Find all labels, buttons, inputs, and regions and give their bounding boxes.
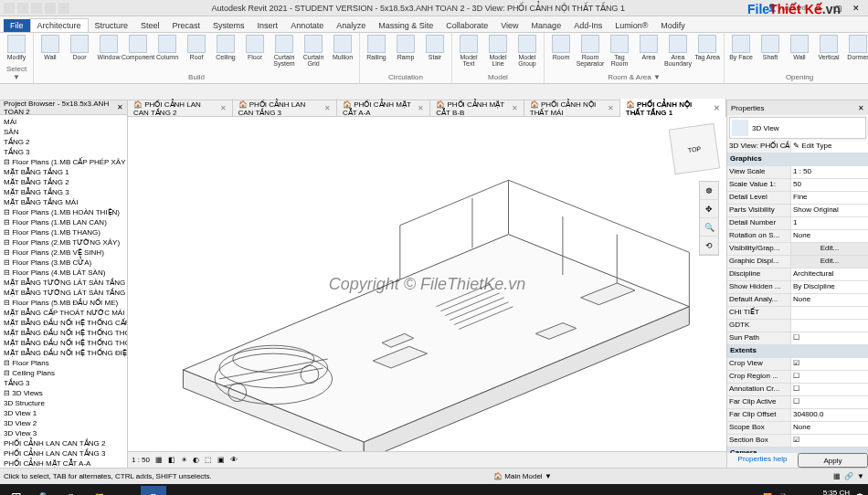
property-row[interactable]: Rotation on S...None: [727, 230, 868, 243]
tree-node[interactable]: MẶT BẰNG ĐẦU NỐI HỆ THỐNG ĐIỆ: [2, 348, 125, 358]
property-row[interactable]: Sun Path☐: [727, 332, 868, 345]
steering-wheel-icon[interactable]: ☸: [700, 182, 718, 200]
ribbon-tab-addins[interactable]: Add-Ins: [567, 19, 609, 32]
ribbon-tab-analyze[interactable]: Analyze: [330, 19, 372, 32]
view-control-bar[interactable]: 1 : 50 ▦ ◧ ☀ ◐ ⬚ ▣ 👁: [128, 451, 726, 468]
detail-level-icon[interactable]: ▦: [155, 456, 163, 464]
crop-region-icon[interactable]: ▣: [217, 456, 225, 464]
column-button[interactable]: Column: [154, 35, 180, 60]
ribbon-tab-structure[interactable]: Structure: [89, 19, 135, 32]
save-icon[interactable]: [31, 3, 42, 14]
clock[interactable]: 5:35 CH13/09/2020: [813, 490, 850, 495]
close-icon[interactable]: ✕: [858, 104, 864, 112]
property-row[interactable]: Graphic Displ...Edit...: [727, 256, 868, 269]
property-row[interactable]: Detail Number1: [727, 217, 868, 230]
tree-node[interactable]: MẶT BẰNG TẦNG 2: [2, 177, 125, 187]
tree-node[interactable]: MẶT BẰNG CẤP THOÁT NƯỚC MÁI: [2, 308, 125, 318]
tree-node[interactable]: ⊟ Floor Plans (4.MB LÁT SÀN): [2, 268, 125, 278]
ribbon-tab-modify[interactable]: Modify: [654, 19, 692, 32]
property-row[interactable]: Annotation Cr...☐: [727, 384, 868, 396]
ribbon-tab-manage[interactable]: Manage: [525, 19, 568, 32]
property-row[interactable]: Visibility/Grap...Edit...: [727, 243, 868, 256]
workset-dropdown[interactable]: 🏠 Main Model ▼: [493, 472, 552, 480]
modify-button[interactable]: Modify: [4, 35, 29, 60]
stair-button[interactable]: Stair: [422, 35, 448, 60]
tree-node[interactable]: ⊟ Floor Plans (1.MB LAN CAN): [2, 217, 125, 227]
property-group-header[interactable]: Extents: [727, 345, 868, 358]
tree-node[interactable]: ⊟ Floor Plans (2.MB VỆ SINH): [2, 248, 125, 258]
view-tab[interactable]: 🏠 PHỐI CẢNH MẶT CẮT B-B ✕: [430, 99, 524, 119]
room-button[interactable]: Room: [548, 35, 574, 60]
tree-node[interactable]: 3D View 2: [2, 418, 125, 428]
roof-button[interactable]: Roof: [184, 35, 209, 60]
windows-taskbar[interactable]: ⊞ 🔍 ⧉ 📁 ● R ^ ☁ 📶 🔊 ENG 5:35 CH13/09/202…: [0, 484, 868, 495]
ribbon-tab-collaborate[interactable]: Collaborate: [439, 19, 494, 32]
open-icon[interactable]: [17, 3, 28, 14]
close-tab-icon[interactable]: ✕: [512, 104, 518, 112]
close-button[interactable]: ✕: [848, 2, 864, 15]
type-selector[interactable]: 3D View: [729, 117, 866, 139]
scale-dropdown[interactable]: 1 : 50: [132, 456, 150, 464]
navigation-bar[interactable]: ☸ ✥ 🔍 ⟲: [699, 181, 719, 256]
chrome-icon[interactable]: ●: [113, 486, 139, 495]
component-button[interactable]: Component: [125, 35, 151, 60]
ceiling-button[interactable]: Ceiling: [213, 35, 238, 60]
ribbon-tab-massingsite[interactable]: Massing & Site: [372, 19, 439, 32]
tree-node[interactable]: SÂN: [2, 127, 125, 137]
revit-icon[interactable]: [4, 3, 15, 14]
close-tab-icon[interactable]: ✕: [608, 104, 614, 112]
tree-node[interactable]: MẶT BẰNG ĐẦU NỐI HỆ THỐNG CẤP: [2, 318, 125, 328]
area-button[interactable]: Area: [636, 35, 662, 60]
task-view-icon[interactable]: ⧉: [58, 486, 84, 495]
view-tab[interactable]: 🏠 PHỐI CẢNH NỘI THẤT TẦNG 1 ✕: [620, 99, 726, 119]
property-row[interactable]: Show Hidden ...By Discipline: [727, 281, 868, 294]
property-row[interactable]: Default Analy...None: [727, 294, 868, 307]
hide-isolate-icon[interactable]: 👁: [230, 456, 238, 464]
tree-node[interactable]: MẶT BẰNG ĐẦU NỐI HỆ THỐNG THO.: [2, 338, 125, 348]
tree-node[interactable]: TẦNG 3: [2, 378, 125, 388]
search-icon[interactable]: 🔍: [31, 486, 57, 495]
view-tab[interactable]: 🏠 PHỐI CẢNH MẶT CẮT A-A ✕: [337, 99, 430, 119]
dormer-button[interactable]: Dormer: [845, 35, 868, 60]
visual-style-icon[interactable]: ◧: [168, 456, 175, 464]
crop-view-icon[interactable]: ⬚: [205, 456, 212, 464]
viewport[interactable]: TOP ☸ ✥ 🔍 ⟲ Copyright © FileThietKe.vn: [128, 117, 726, 451]
mullion-button[interactable]: Mullion: [330, 35, 355, 60]
tree-node[interactable]: MÁI: [2, 117, 125, 127]
tree-node[interactable]: ⊟ 3D Views: [2, 388, 125, 398]
railing-button[interactable]: Railing: [364, 35, 389, 60]
ribbon-tab-insert[interactable]: Insert: [251, 19, 285, 32]
selection-filter-icon[interactable]: ▦: [833, 472, 841, 480]
close-icon[interactable]: ✕: [117, 103, 123, 111]
tree-node[interactable]: MẶT BẰNG TẦNG 1: [2, 167, 125, 177]
properties-help-link[interactable]: Properties help: [727, 453, 798, 468]
sun-path-icon[interactable]: ☀: [181, 456, 187, 464]
ribbon-tab-systems[interactable]: Systems: [206, 19, 251, 32]
model-line-button[interactable]: Model Line: [485, 35, 511, 67]
tree-node[interactable]: ⊟ Floor Plans (5.MB ĐẦU NỐI ME): [2, 298, 125, 308]
zoom-icon[interactable]: 🔍: [700, 218, 718, 237]
property-row[interactable]: Scope BoxNone: [727, 422, 868, 435]
property-row[interactable]: Far Clip Active☐: [727, 396, 868, 409]
property-row[interactable]: View Scale1 : 50: [727, 166, 868, 179]
instance-selector[interactable]: 3D View: PHỐI CẢNH ▼✎ Edit Type: [727, 141, 868, 153]
tree-node[interactable]: PHỐI CẢNH MẶT CẮT A-A: [2, 458, 125, 468]
start-button[interactable]: ⊞: [4, 486, 29, 495]
tree-node[interactable]: ⊟ Floor Plans (1.MB THANG): [2, 227, 125, 237]
wall-button[interactable]: Wall: [787, 35, 812, 60]
property-group-header[interactable]: Graphics: [727, 153, 868, 166]
door-button[interactable]: Door: [67, 35, 92, 60]
undo-icon[interactable]: [45, 3, 56, 14]
apply-button[interactable]: Apply: [798, 453, 868, 468]
tree-node[interactable]: MẶT BẰNG TƯỜNG LÁT SÀN TẦNG 2: [2, 288, 125, 298]
pan-icon[interactable]: ✥: [700, 200, 718, 218]
tree-node[interactable]: PHỐI CẢNH LAN CAN TẦNG 3: [2, 448, 125, 458]
revit-taskbar-icon[interactable]: R: [141, 486, 166, 495]
tag-room-button[interactable]: Tag Room: [607, 35, 632, 67]
tree-node[interactable]: MẶT BẰNG TƯỜNG LÁT SÀN TẦNG 1: [2, 278, 125, 288]
view-tab[interactable]: 🏠 PHỐI CẢNH NỘI THẤT MÁI ✕: [524, 99, 620, 119]
view-tab[interactable]: 🏠 PHỐI CẢNH LAN CAN TẦNG 2 ✕: [128, 99, 233, 119]
quick-access-toolbar[interactable]: [4, 3, 69, 14]
tree-node[interactable]: ⊟ Floor Plans (3.MB CỬA): [2, 258, 125, 268]
area-boundary-button[interactable]: Area Boundary: [665, 35, 691, 67]
